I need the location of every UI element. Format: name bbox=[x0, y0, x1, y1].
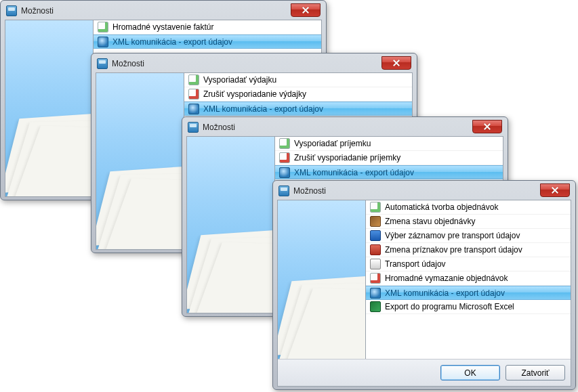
doc-plus-icon bbox=[98, 22, 108, 32]
titlebar: Možnosti bbox=[96, 58, 413, 72]
doc-x-icon bbox=[279, 152, 290, 163]
list-item-label: Zrušiť vysporiadanie príjemky bbox=[294, 153, 400, 162]
doc-x-icon bbox=[188, 89, 199, 100]
close-icon bbox=[484, 123, 491, 130]
close-icon bbox=[393, 60, 400, 66]
list-item[interactable]: Automatická tvorba objednávok bbox=[366, 200, 571, 215]
box-red-icon bbox=[370, 244, 381, 255]
globe-icon bbox=[98, 37, 108, 47]
close-button[interactable] bbox=[381, 56, 411, 70]
list-item[interactable]: Vysporiadať výdajku bbox=[184, 73, 412, 87]
list-item-label: XML komunikácia - export údajov bbox=[112, 37, 232, 47]
window-title: Možnosti bbox=[21, 6, 54, 16]
dialog-footer: OKZatvoriť bbox=[278, 359, 571, 386]
window-icon bbox=[6, 5, 17, 16]
list-item-label: Výber záznamov pre transport údajov bbox=[385, 231, 520, 240]
window-title: Možnosti bbox=[203, 123, 235, 132]
list-item[interactable]: Zmena príznakov pre transport údajov bbox=[366, 243, 571, 257]
gears-icon bbox=[370, 216, 381, 227]
window-icon bbox=[188, 122, 199, 133]
client-area: Automatická tvorba objednávokZmena stavu… bbox=[277, 200, 571, 387]
side-illustration bbox=[187, 137, 275, 313]
paper-illustration bbox=[5, 112, 94, 193]
list-item-label: Hromadné vystavenie faktúr bbox=[112, 22, 213, 32]
list-item[interactable]: XML komunikácia - export údajov bbox=[275, 165, 503, 179]
list-item-label: Automatická tvorba objednávok bbox=[385, 202, 498, 212]
window-icon bbox=[97, 58, 108, 69]
box-blue-icon bbox=[370, 230, 381, 241]
list-item-label: Hromadné vymazanie objednávok bbox=[385, 274, 508, 283]
list-item[interactable]: Vysporiadať príjemku bbox=[275, 137, 503, 151]
list-item-label: XML komunikácia - export údajov bbox=[385, 288, 505, 298]
globe-icon bbox=[370, 288, 381, 299]
side-illustration bbox=[5, 20, 94, 196]
list-item-label: Export do programu Microsoft Excel bbox=[385, 302, 514, 311]
doc-del-icon bbox=[370, 273, 381, 284]
list-item-label: Vysporiadať príjemku bbox=[294, 139, 371, 148]
window-title: Možnosti bbox=[112, 59, 144, 68]
close-button[interactable] bbox=[291, 3, 321, 17]
list-item[interactable]: Transport údajov bbox=[366, 257, 571, 271]
globe-icon bbox=[188, 104, 199, 114]
close-button[interactable] bbox=[472, 120, 502, 133]
dialog-3: MožnostiAutomatická tvorba objednávokZme… bbox=[272, 180, 576, 390]
excel-icon bbox=[370, 301, 381, 312]
list-item[interactable]: Zrušiť vysporiadanie príjemky bbox=[275, 151, 503, 165]
list-item[interactable]: Výber záznamov pre transport údajov bbox=[366, 229, 571, 243]
list-item-label: XML komunikácia - export údajov bbox=[294, 168, 414, 177]
close-icon bbox=[302, 7, 309, 14]
list-item[interactable]: Hromadné vymazanie objednávok bbox=[366, 271, 571, 286]
list-item[interactable]: XML komunikácia - export údajov bbox=[94, 35, 321, 49]
list-item[interactable]: Hromadné vystavenie faktúr bbox=[94, 20, 321, 35]
list-item-label: Vysporiadať výdajku bbox=[203, 75, 276, 85]
list-item[interactable]: Export do programu Microsoft Excel bbox=[366, 300, 571, 314]
list-item-label: Zmena príznakov pre transport údajov bbox=[385, 245, 522, 255]
titlebar: Možnosti bbox=[277, 185, 571, 200]
option-list: Automatická tvorba objednávokZmena stavu… bbox=[366, 200, 571, 359]
globe-icon bbox=[279, 167, 290, 178]
paper-illustration bbox=[278, 274, 366, 355]
paper-illustration bbox=[187, 228, 275, 309]
ok-button[interactable]: OK bbox=[440, 365, 500, 380]
side-illustration bbox=[96, 73, 184, 249]
list-item-label: Transport údajov bbox=[385, 259, 446, 269]
list-item[interactable]: Zrušiť vysporiadanie výdajky bbox=[184, 87, 412, 102]
close-icon bbox=[552, 187, 558, 194]
list-item-label: Zmena stavu objednávky bbox=[385, 217, 475, 226]
arrow-icon bbox=[370, 259, 381, 269]
doc-plus-icon bbox=[370, 202, 381, 213]
list-item[interactable]: Zmena stavu objednávky bbox=[366, 215, 571, 229]
doc-ok-icon bbox=[188, 74, 199, 85]
titlebar: Možnosti bbox=[186, 121, 503, 136]
list-item[interactable]: XML komunikácia - export údajov bbox=[184, 102, 412, 116]
side-illustration bbox=[278, 200, 366, 359]
paper-illustration bbox=[96, 165, 184, 246]
list-item[interactable]: XML komunikácia - export údajov bbox=[366, 286, 571, 300]
dialog-body: Automatická tvorba objednávokZmena stavu… bbox=[278, 200, 571, 359]
close-button[interactable] bbox=[540, 183, 570, 197]
doc-ok-icon bbox=[279, 138, 290, 149]
close-dialog-button[interactable]: Zatvoriť bbox=[505, 365, 565, 380]
titlebar: Možnosti bbox=[5, 5, 322, 20]
list-item-label: XML komunikácia - export údajov bbox=[203, 104, 323, 114]
list-item-label: Zrušiť vysporiadanie výdajky bbox=[203, 89, 306, 99]
window-title: Možnosti bbox=[293, 186, 326, 196]
window-icon bbox=[278, 186, 289, 196]
